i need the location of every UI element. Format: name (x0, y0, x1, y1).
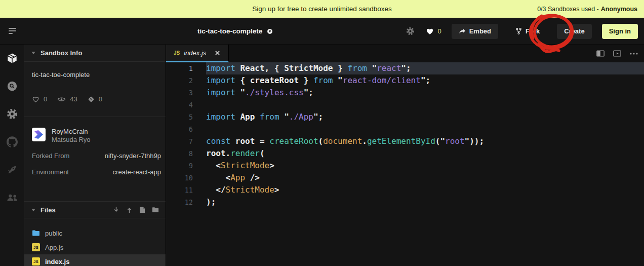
code-line[interactable]: 10 <App /> (166, 172, 644, 184)
header-bar: tic-tac-toe-complete 0 (0, 18, 644, 45)
tab-filename: index.js (184, 49, 206, 57)
tab-indexjs[interactable]: JS index.js (166, 45, 229, 62)
banner-message: Sign up for free to create unlimited san… (252, 5, 391, 13)
line-text: ); (206, 196, 644, 208)
upload-icon[interactable] (125, 206, 133, 214)
line-text: </StrictMode> (206, 184, 644, 196)
folder-icon (32, 230, 40, 237)
line-text: <App /> (206, 172, 644, 184)
sandbox-info-header[interactable]: Sandbox Info (24, 45, 166, 62)
collapse-triangle-icon (31, 209, 35, 211)
sandbox-cube-icon[interactable] (6, 52, 18, 64)
line-number: 9 (166, 160, 193, 172)
tab-bar: JS index.js (166, 45, 644, 62)
settings-gear-icon[interactable] (406, 27, 415, 35)
code-line[interactable]: 6 (166, 123, 644, 135)
environment-value: create-react-app (113, 168, 161, 176)
code-line[interactable]: 12); (166, 196, 644, 208)
deploy-rocket-icon[interactable] (6, 164, 18, 176)
forks-stat: 0 (88, 95, 102, 103)
code-line[interactable]: 11 </StrictMode> (166, 184, 644, 196)
code-line[interactable]: 5import App from "./App"; (166, 111, 644, 123)
code-line[interactable]: 2import { createRoot } from "react-dom/c… (166, 74, 644, 87)
code-line[interactable]: 3import "./styles.css"; (166, 87, 644, 99)
line-number: 4 (166, 99, 193, 111)
like-button[interactable]: 0 (426, 27, 441, 35)
views-count: 43 (70, 95, 77, 103)
github-icon[interactable] (6, 136, 18, 148)
code-area[interactable]: 1import React, { StrictMode } from "reac… (166, 62, 644, 266)
more-options-icon[interactable] (630, 53, 638, 55)
code-line[interactable]: 7const root = createRoot(document.getEle… (166, 135, 644, 147)
file-row-indexjs[interactable]: JS index.js (24, 254, 166, 266)
environment-row: Environment create-react-app (32, 168, 161, 176)
fork-icon (515, 27, 522, 35)
js-file-icon: JS (174, 50, 180, 56)
js-file-icon: JS (32, 257, 40, 265)
line-number: 1 (166, 62, 193, 74)
activity-rail (0, 45, 24, 266)
forks-count: 0 (99, 95, 102, 103)
close-tab-icon[interactable] (214, 50, 220, 56)
download-icon[interactable] (112, 206, 120, 214)
code-line[interactable]: 4 (166, 99, 644, 111)
editor: JS index.js (166, 45, 644, 266)
create-button[interactable]: Create (557, 24, 591, 39)
live-users-icon[interactable] (6, 192, 18, 204)
code-line[interactable]: 1import React, { StrictMode } from "reac… (166, 62, 644, 74)
line-text (206, 99, 644, 111)
line-text: import "./styles.css"; (206, 87, 644, 99)
line-number: 12 (166, 196, 193, 208)
line-number: 7 (166, 135, 193, 147)
usage-text: 0/3 Sandboxes used - (537, 6, 599, 13)
file-name: public (45, 230, 62, 237)
collapse-triangle-icon (31, 52, 35, 54)
config-gear-icon[interactable] (6, 108, 18, 120)
author-link[interactable]: RoyMcCrain Matsuda Ryo (32, 128, 161, 143)
views-stat: 43 (57, 95, 77, 103)
code-line[interactable]: 9 <StrictMode> (166, 160, 644, 172)
files-header[interactable]: Files (24, 201, 166, 218)
menu-icon[interactable] (0, 18, 24, 44)
divider (24, 117, 166, 117)
file-row-appjs[interactable]: JS App.js (24, 240, 166, 254)
sandbox-info-body: tic-tac-toe-complete 0 43 (24, 62, 166, 201)
line-text (206, 123, 644, 135)
new-folder-icon[interactable] (151, 206, 159, 214)
file-name: App.js (45, 244, 63, 251)
sign-in-label: Sign in (609, 27, 631, 35)
sandbox-title-group[interactable]: tic-tac-toe-complete (197, 18, 273, 45)
embed-button[interactable]: Embed (452, 24, 498, 39)
line-text: root.render( (206, 147, 644, 160)
privacy-globe-icon (266, 28, 273, 35)
open-preview-icon[interactable] (613, 50, 621, 57)
line-number: 5 (166, 111, 193, 123)
heart-outline-icon (32, 96, 39, 103)
share-arrow-icon (459, 28, 466, 34)
file-row-public[interactable]: public (24, 226, 166, 240)
sandbox-stats: 0 43 0 (32, 95, 161, 103)
new-file-icon[interactable] (138, 206, 146, 214)
sandbox-name: tic-tac-toe-complete (32, 71, 161, 79)
sign-in-button[interactable]: Sign in (602, 24, 638, 39)
fork-button[interactable]: Fork (508, 24, 547, 39)
forked-from-value[interactable]: nifty-snyder-7thh9p (105, 152, 161, 160)
line-number: 10 (166, 172, 193, 184)
likes-stat: 0 (32, 95, 47, 103)
search-icon[interactable] (6, 80, 18, 92)
author-subtitle: Matsuda Ryo (52, 136, 91, 143)
split-view-icon[interactable] (596, 50, 605, 57)
line-text: <StrictMode> (206, 160, 644, 172)
fork-diamond-icon (88, 96, 95, 103)
line-number: 8 (166, 147, 193, 160)
files-list: public JS App.js JS index.js (24, 218, 166, 266)
code-lines: 1import React, { StrictMode } from "reac… (166, 62, 644, 208)
username: Anonymous (601, 6, 637, 13)
files-title: Files (41, 206, 56, 214)
code-line[interactable]: 8root.render( (166, 147, 644, 160)
fork-label: Fork (526, 27, 540, 35)
avatar (32, 128, 46, 141)
embed-label: Embed (469, 27, 491, 35)
sandbox-title: tic-tac-toe-complete (197, 27, 262, 35)
forked-from-row: Forked From nifty-snyder-7thh9p (32, 152, 161, 160)
